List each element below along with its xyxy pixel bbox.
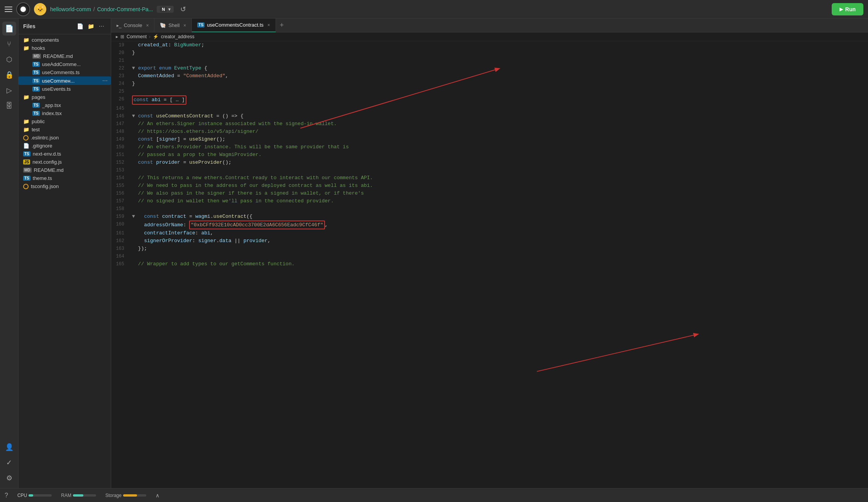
line-content: } bbox=[130, 80, 868, 88]
file-item-readme-root[interactable]: MD README.md bbox=[19, 166, 111, 174]
project-avatar: 🐱 bbox=[34, 3, 46, 15]
file-item-usecomments[interactable]: TS useComments.ts bbox=[19, 68, 111, 76]
file-item-gitignore[interactable]: 📄 .gitignore bbox=[19, 142, 111, 150]
line-number: 21 bbox=[111, 57, 130, 64]
storage-bar-track bbox=[123, 494, 146, 497]
branch-selector[interactable]: N ▾ bbox=[157, 6, 174, 13]
file-item-usecommentscontract[interactable]: TS useCommен... ⋯ bbox=[19, 76, 111, 85]
file-item-tsconfig[interactable]: tsconfig.json bbox=[19, 182, 111, 190]
md-badge: MD bbox=[32, 54, 41, 59]
line-number: 154 bbox=[111, 174, 130, 182]
file-item-useevents[interactable]: TS useEvents.ts bbox=[19, 85, 111, 93]
code-line-152: 152 const provider = useProvider(); bbox=[111, 159, 868, 166]
cpu-bar bbox=[29, 494, 52, 497]
file-item-index[interactable]: TS index.tsx bbox=[19, 109, 111, 117]
statusbar-chevron-up[interactable]: ∧ bbox=[156, 492, 159, 499]
code-line-150: 150 // An ethers.Provider instance. This… bbox=[111, 143, 868, 151]
breadcrumb-project[interactable]: helloworld-comm bbox=[50, 6, 91, 12]
more-options-icon[interactable]: ⋯ bbox=[97, 22, 106, 31]
run-button[interactable]: Run bbox=[832, 3, 863, 15]
tab-usecommentscontract[interactable]: TS useCommentsContract.ts × bbox=[192, 19, 276, 32]
file-item-nextconfig[interactable]: JS next.config.js bbox=[19, 158, 111, 166]
sidebar-icon-files[interactable]: 📄 bbox=[2, 22, 16, 36]
js-badge: JS bbox=[23, 159, 30, 165]
code-line-157: 157 // no signed in wallet then we'll pa… bbox=[111, 197, 868, 205]
bc-creator-address[interactable]: creator_address bbox=[161, 34, 195, 39]
line-content: ▼ const contract = wagmi.useContract({ bbox=[130, 213, 868, 220]
line-content bbox=[130, 166, 868, 174]
abi-highlight-box: const abi = [ … ] bbox=[132, 95, 186, 105]
folder-icon: 📁 bbox=[23, 94, 29, 100]
bc-sep: › bbox=[149, 34, 151, 39]
sidebar-icon-lock[interactable]: 🔒 bbox=[2, 68, 16, 82]
line-content: ▼ export enum EventType { bbox=[130, 64, 868, 72]
file-item-label: useEvents.ts bbox=[42, 86, 108, 92]
line-number: 161 bbox=[111, 229, 130, 237]
ram-status: RAM bbox=[61, 493, 96, 498]
file-item-app[interactable]: TS _app.tsx bbox=[19, 101, 111, 109]
file-panel: Files 📄 📁 ⋯ 📁 components 📁 hooks MD READ… bbox=[19, 19, 111, 488]
sidebar-icon-settings[interactable]: ⚙ bbox=[2, 471, 16, 485]
new-file-icon[interactable]: 📄 bbox=[75, 22, 85, 31]
file-item-pages[interactable]: 📁 pages bbox=[19, 93, 111, 101]
file-item-readme-hooks[interactable]: MD README.md bbox=[19, 52, 111, 60]
file-item-eslint[interactable]: .eslintrc.json bbox=[19, 134, 111, 142]
tab-close-usecommentscontract[interactable]: × bbox=[267, 22, 270, 28]
sidebar-icon-user[interactable]: 👤 bbox=[2, 440, 16, 454]
file-item-useaddcomment[interactable]: TS useAddComme... bbox=[19, 60, 111, 68]
branch-chevron: ▾ bbox=[168, 7, 171, 12]
json-circle-icon bbox=[23, 135, 29, 141]
sidebar-icon-extensions[interactable]: ⬡ bbox=[2, 53, 16, 66]
sidebar-icon-database[interactable]: 🗄 bbox=[2, 99, 16, 113]
file-item-public[interactable]: 📁 public bbox=[19, 117, 111, 126]
tab-close-shell[interactable]: × bbox=[183, 23, 186, 28]
file-item-hooks[interactable]: 📁 hooks bbox=[19, 44, 111, 52]
question-icon-area[interactable]: ? bbox=[5, 492, 8, 499]
sidebar-icon-check[interactable]: ✓ bbox=[2, 456, 16, 470]
ram-bar-fill bbox=[73, 494, 83, 497]
file-item-label: useComments.ts bbox=[42, 70, 108, 75]
hamburger-menu[interactable] bbox=[5, 7, 12, 12]
more-icon[interactable]: ⋯ bbox=[102, 78, 108, 84]
tab-label: Shell bbox=[168, 22, 179, 28]
file-item-label: pages bbox=[32, 94, 108, 100]
cpu-bar-fill bbox=[29, 494, 33, 497]
line-content: // We need to pass in the address of our… bbox=[130, 182, 868, 190]
code-editor[interactable]: 19 created_at: BigNumber; 20 } 21 22 ▼ e… bbox=[111, 41, 868, 488]
line-number: 157 bbox=[111, 197, 130, 205]
code-line-20: 20 } bbox=[111, 49, 868, 57]
tab-console[interactable]: ▸_ Console × bbox=[111, 19, 154, 32]
line-content: } bbox=[130, 49, 868, 57]
tab-shell[interactable]: 🐚 Shell × bbox=[154, 19, 192, 32]
sidebar-icon-git[interactable]: ⑂ bbox=[2, 37, 16, 51]
new-folder-icon[interactable]: 📁 bbox=[86, 22, 95, 31]
branch-icon: N bbox=[160, 7, 167, 12]
file-item-label: next.config.js bbox=[32, 159, 108, 165]
file-item-test[interactable]: 📁 test bbox=[19, 126, 111, 134]
line-content: signerOrProvider: signer.data || provide… bbox=[130, 237, 868, 245]
bc-fn-icon: ⚡ bbox=[153, 34, 159, 39]
ts-badge: TS bbox=[23, 176, 30, 181]
cpu-status: CPU bbox=[17, 493, 52, 498]
bc-comment[interactable]: Comment bbox=[127, 34, 147, 39]
folder-icon: 📁 bbox=[23, 45, 29, 51]
file-item-nextenv[interactable]: TS next-env.d.ts bbox=[19, 150, 111, 158]
sidebar-icon-play[interactable]: ▷ bbox=[2, 83, 16, 97]
ram-bar bbox=[73, 494, 96, 497]
file-item-theme[interactable]: TS theme.ts bbox=[19, 174, 111, 182]
line-number: 23 bbox=[111, 72, 130, 80]
line-content: // We also pass in the signer if there i… bbox=[130, 190, 868, 197]
tab-add-button[interactable]: + bbox=[276, 21, 288, 29]
file-item-components[interactable]: 📁 components bbox=[19, 36, 111, 44]
breadcrumb-file[interactable]: Condor-Comment-Pa... bbox=[97, 6, 153, 12]
code-line-162: 162 signerOrProvider: signer.data || pro… bbox=[111, 237, 868, 245]
code-line-160: 160 addressOrName: "0xbCFf932E10cAD0cc37… bbox=[111, 220, 868, 230]
history-button[interactable]: ↺ bbox=[178, 4, 188, 15]
tab-close-console[interactable]: × bbox=[146, 23, 149, 28]
tab-label: Console bbox=[124, 22, 142, 28]
json-circle-icon bbox=[23, 184, 29, 189]
line-number: 25 bbox=[111, 88, 130, 95]
code-line-21: 21 bbox=[111, 57, 868, 64]
line-number: 146 bbox=[111, 112, 130, 120]
line-number: 19 bbox=[111, 41, 130, 49]
